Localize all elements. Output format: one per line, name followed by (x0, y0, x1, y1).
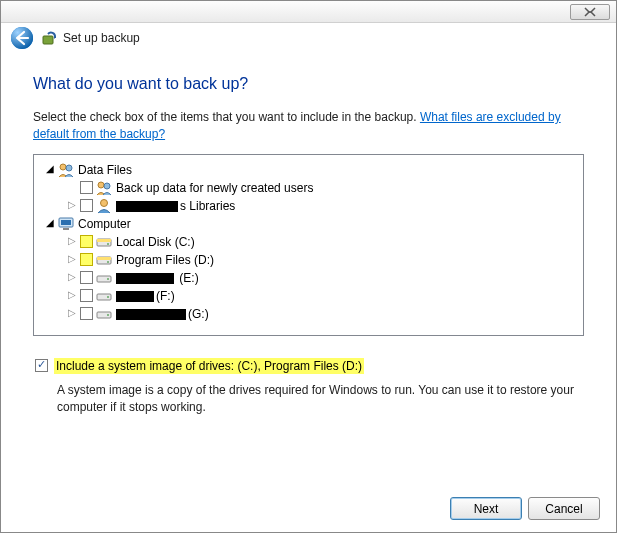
page-heading: What do you want to back up? (33, 75, 584, 93)
expander-icon[interactable]: ▷ (66, 254, 78, 266)
svg-rect-15 (97, 257, 111, 260)
users-icon (58, 162, 74, 178)
window-chrome (1, 1, 616, 23)
instruction-text: Select the check box of the items that y… (33, 109, 584, 144)
tree-node-computer[interactable]: ◢ Computer (38, 215, 579, 233)
svg-rect-9 (61, 220, 71, 225)
drive-icon (96, 252, 112, 268)
node-label: Program Files (D:) (116, 251, 214, 269)
checkbox[interactable] (80, 307, 93, 320)
checkbox[interactable] (80, 289, 93, 302)
user-icon (96, 198, 112, 214)
checkbox[interactable] (80, 271, 93, 284)
node-label: (G:) (116, 305, 209, 323)
checkbox[interactable] (80, 181, 93, 194)
node-label: s Libraries (116, 197, 235, 215)
redacted-text (116, 291, 154, 302)
backup-icon (41, 30, 57, 46)
checkbox[interactable] (80, 199, 93, 212)
tree-node-drive-g[interactable]: ▷ (G:) (38, 305, 579, 323)
cancel-button[interactable]: Cancel (528, 497, 600, 520)
drive-icon (96, 270, 112, 286)
expander-icon[interactable]: ▷ (66, 290, 78, 302)
node-label: (F:) (116, 287, 175, 305)
node-label: Data Files (78, 161, 132, 179)
tree-node-program-d[interactable]: ▷ Program Files (D:) (38, 251, 579, 269)
node-label: Local Disk (C:) (116, 233, 195, 251)
back-button[interactable] (9, 25, 35, 51)
backup-items-tree[interactable]: ◢ Data Files · Back up data for newly cr… (33, 154, 584, 336)
drive-icon (96, 234, 112, 250)
node-label: Computer (78, 215, 131, 233)
tree-node-new-users[interactable]: · Back up data for newly created users (38, 179, 579, 197)
svg-point-5 (98, 182, 104, 188)
window-close-button[interactable] (570, 4, 610, 20)
svg-point-7 (101, 199, 108, 206)
wizard-header: Set up backup (1, 23, 616, 53)
tree-node-data-files[interactable]: ◢ Data Files (38, 161, 579, 179)
instruction-prefix: Select the check box of the items that y… (33, 110, 420, 124)
expander-icon[interactable]: ◢ (44, 218, 56, 230)
checkbox[interactable] (80, 235, 93, 248)
expander-icon[interactable]: ▷ (66, 308, 78, 320)
redacted-text (116, 201, 178, 212)
system-image-label: Include a system image of drives: (C:), … (54, 358, 364, 374)
users-icon (96, 180, 112, 196)
drive-icon (96, 306, 112, 322)
svg-point-22 (107, 314, 109, 316)
svg-point-13 (107, 243, 109, 245)
back-arrow-icon (10, 26, 34, 50)
tree-node-local-c[interactable]: ▷ Local Disk (C:) (38, 233, 579, 251)
redacted-text (116, 273, 174, 284)
svg-rect-12 (97, 239, 111, 242)
expander-icon[interactable]: ▷ (66, 272, 78, 284)
svg-point-18 (107, 278, 109, 280)
content-area: What do you want to back up? Select the … (1, 53, 616, 415)
svg-point-16 (107, 261, 109, 263)
checkbox[interactable] (80, 253, 93, 266)
expander-icon[interactable]: ◢ (44, 164, 56, 176)
next-button[interactable]: Next (450, 497, 522, 520)
system-image-checkbox[interactable] (35, 359, 48, 372)
computer-icon (58, 216, 74, 232)
tree-node-drive-f[interactable]: ▷ (F:) (38, 287, 579, 305)
svg-point-20 (107, 296, 109, 298)
window-title: Set up backup (63, 31, 140, 45)
wizard-footer: Next Cancel (450, 497, 600, 520)
tree-node-libraries[interactable]: ▷ s Libraries (38, 197, 579, 215)
svg-rect-2 (43, 36, 53, 44)
svg-rect-10 (63, 228, 69, 230)
system-image-row: Include a system image of drives: (C:), … (33, 358, 584, 374)
svg-point-6 (104, 183, 110, 189)
drive-icon (96, 288, 112, 304)
redacted-text (116, 309, 186, 320)
node-label: Back up data for newly created users (116, 179, 313, 197)
expander-icon[interactable]: ▷ (66, 236, 78, 248)
tree-node-drive-e[interactable]: ▷ (E:) (38, 269, 579, 287)
close-icon (584, 7, 596, 17)
system-image-description: A system image is a copy of the drives r… (57, 382, 577, 416)
node-label: (E:) (116, 269, 199, 287)
expander-icon[interactable]: ▷ (66, 200, 78, 212)
svg-point-3 (60, 164, 66, 170)
svg-point-4 (66, 165, 72, 171)
